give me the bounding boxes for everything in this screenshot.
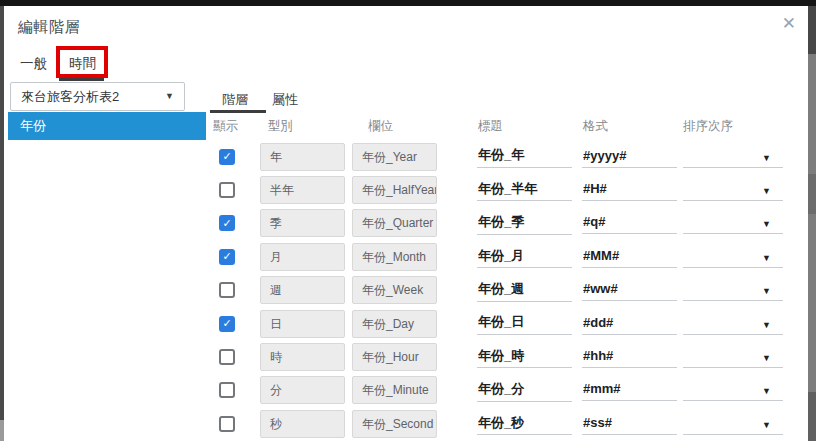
caret-down-icon: ▼ — [762, 421, 771, 430]
sort-order-dropdown[interactable]: ▼ — [683, 346, 783, 368]
show-checkbox[interactable] — [219, 349, 235, 365]
show-checkbox[interactable]: ✓ — [219, 149, 235, 165]
field-box: 年份_Month — [352, 243, 437, 271]
hierarchy-table-body: ✓ 年 年份_Year ▼ 半年 年份_HalfYear ▼ ✓ 季 年份_Qu… — [210, 140, 783, 441]
caret-down-icon: ▼ — [762, 387, 771, 396]
table-row: ✓ 季 年份_Quarter ▼ — [210, 207, 783, 240]
page-background-right — [808, 6, 816, 441]
field-box: 年份_Second — [352, 410, 437, 438]
sort-order-dropdown[interactable]: ▼ — [683, 379, 783, 401]
format-input[interactable] — [582, 214, 677, 234]
caret-down-icon: ▼ — [762, 321, 771, 330]
format-input[interactable] — [582, 148, 677, 168]
title-input[interactable] — [477, 248, 572, 268]
show-checkbox[interactable] — [219, 282, 235, 298]
table-row: 半年 年份_HalfYear ▼ — [210, 173, 783, 206]
show-checkbox[interactable]: ✓ — [219, 215, 235, 231]
type-box: 年 — [260, 143, 345, 171]
title-input[interactable] — [477, 215, 572, 235]
type-box: 半年 — [260, 176, 345, 204]
title-input[interactable] — [477, 415, 572, 435]
caret-down-icon: ▼ — [762, 354, 771, 363]
caret-down-icon: ▼ — [762, 220, 771, 229]
check-icon: ✓ — [222, 151, 231, 162]
subtab-hierarchy[interactable]: 階層 — [222, 91, 248, 109]
header-format: 格式 — [582, 118, 683, 135]
show-checkbox[interactable]: ✓ — [219, 249, 235, 265]
check-icon: ✓ — [222, 251, 231, 262]
title-input[interactable] — [477, 148, 572, 168]
type-box: 時 — [260, 343, 345, 371]
title-input[interactable] — [477, 382, 572, 402]
title-input[interactable] — [477, 315, 572, 335]
header-type: 型別 — [260, 118, 352, 135]
table-row: 秒 年份_Second ▼ — [210, 407, 783, 440]
field-box: 年份_Week — [352, 276, 437, 304]
sort-order-dropdown[interactable]: ▼ — [683, 413, 783, 435]
field-box: 年份_Day — [352, 310, 437, 338]
header-show: 顯示 — [210, 118, 260, 135]
show-checkbox[interactable] — [219, 416, 235, 432]
type-box: 分 — [260, 376, 345, 404]
title-input[interactable] — [477, 282, 572, 302]
table-row: 分 年份_Minute ▼ — [210, 374, 783, 407]
type-box: 日 — [260, 310, 345, 338]
format-input[interactable] — [582, 181, 677, 201]
caret-down-icon: ▼ — [762, 154, 771, 163]
title-input[interactable] — [477, 181, 572, 201]
table-row: ✓ 日 年份_Day ▼ — [210, 307, 783, 340]
table-row: 週 年份_Week ▼ — [210, 274, 783, 307]
sort-order-dropdown[interactable]: ▼ — [683, 212, 783, 234]
field-box: 年份_Minute — [352, 376, 437, 404]
table-row: ✓ 月 年份_Month ▼ — [210, 240, 783, 273]
title-input[interactable] — [477, 348, 572, 368]
check-icon: ✓ — [222, 318, 231, 329]
type-box: 週 — [260, 276, 345, 304]
active-tab-indicator — [59, 78, 104, 81]
caret-down-icon: ▼ — [762, 187, 771, 196]
format-input[interactable] — [582, 348, 677, 368]
format-input[interactable] — [582, 315, 677, 335]
sort-order-dropdown[interactable]: ▼ — [683, 179, 783, 201]
check-icon: ✓ — [222, 218, 231, 229]
sort-order-dropdown[interactable]: ▼ — [683, 146, 783, 168]
format-input[interactable] — [582, 281, 677, 301]
dialog-title: 編輯階層 — [18, 18, 80, 37]
caret-down-icon: ▼ — [762, 287, 771, 296]
edit-hierarchy-dialog: 編輯階層 ✕ 一般 時間 來台旅客分析表2 ▼ 年份 階層 屬性 顯示 型別 欄… — [4, 6, 808, 441]
show-checkbox[interactable] — [219, 382, 235, 398]
format-input[interactable] — [582, 248, 677, 268]
header-field: 欄位 — [352, 118, 477, 135]
header-title: 標題 — [477, 118, 582, 135]
type-box: 季 — [260, 209, 345, 237]
type-box: 秒 — [260, 410, 345, 438]
sort-order-dropdown[interactable]: ▼ — [683, 313, 783, 335]
caret-down-icon: ▼ — [762, 254, 771, 263]
format-input[interactable] — [582, 415, 677, 435]
tab-time[interactable]: 時間 — [69, 55, 96, 73]
field-box: 年份_Hour — [352, 343, 437, 371]
table-row: ✓ 年 年份_Year ▼ — [210, 140, 783, 173]
table-row: 時 年份_Hour ▼ — [210, 340, 783, 373]
show-checkbox[interactable] — [219, 182, 235, 198]
sort-order-dropdown[interactable]: ▼ — [683, 246, 783, 268]
tab-general[interactable]: 一般 — [20, 55, 47, 73]
hierarchy-list-item-selected[interactable]: 年份 — [8, 112, 206, 140]
caret-down-icon: ▼ — [165, 83, 174, 110]
close-icon[interactable]: ✕ — [782, 15, 796, 32]
active-subtab-indicator — [210, 110, 266, 113]
show-checkbox[interactable]: ✓ — [219, 316, 235, 332]
format-input[interactable] — [582, 381, 677, 401]
type-box: 月 — [260, 243, 345, 271]
field-box: 年份_Quarter — [352, 209, 437, 237]
dataset-select-value: 來台旅客分析表2 — [21, 89, 119, 104]
dataset-select[interactable]: 來台旅客分析表2 ▼ — [10, 82, 185, 111]
table-header-row: 顯示 型別 欄位 標題 格式 排序次序 — [210, 116, 783, 136]
sort-order-dropdown[interactable]: ▼ — [683, 279, 783, 301]
field-box: 年份_HalfYear — [352, 176, 437, 204]
field-box: 年份_Year — [352, 143, 437, 171]
subtab-attributes[interactable]: 屬性 — [272, 91, 298, 109]
header-sort-order: 排序次序 — [683, 118, 783, 135]
